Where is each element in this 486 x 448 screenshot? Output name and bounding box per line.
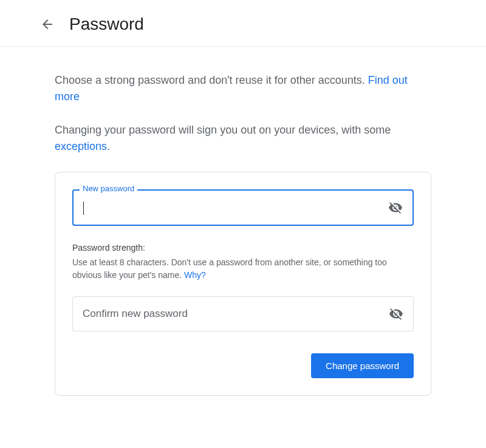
button-row: Change password [72,353,414,378]
new-password-container [72,189,414,226]
why-link[interactable]: Why? [184,270,206,280]
text-cursor [83,202,84,215]
visibility-off-icon[interactable] [389,307,403,321]
exceptions-link[interactable]: exceptions [55,140,107,152]
back-arrow-icon[interactable] [40,17,55,32]
change-password-button[interactable]: Change password [311,353,414,378]
header: Password [0,0,486,47]
visibility-off-icon[interactable] [388,200,403,215]
confirm-password-field-wrapper [72,296,414,331]
intro-text-1: Choose a strong password and don't reuse… [55,74,368,86]
confirm-password-input[interactable] [73,299,389,329]
new-password-input[interactable] [74,192,388,223]
intro-suffix: . [107,140,110,152]
strength-section: Password strength: Use at least 8 charac… [72,243,414,282]
strength-text: Use at least 8 characters. Don't use a p… [72,257,387,280]
strength-title: Password strength: [72,243,414,253]
strength-description: Use at least 8 characters. Don't use a p… [72,256,414,282]
intro-text-2: Changing your password will sign you out… [55,124,391,136]
new-password-label: New password [80,184,137,193]
new-password-field-wrapper: New password [72,189,414,226]
content: Choose a strong password and don't reuse… [0,47,486,396]
password-card: New password Password strength: Use at l… [55,172,431,396]
page-title: Password [69,15,144,34]
intro-paragraph-2: Changing your password will sign you out… [55,122,431,155]
intro-paragraph-1: Choose a strong password and don't reuse… [55,72,431,105]
confirm-password-container [72,296,414,331]
